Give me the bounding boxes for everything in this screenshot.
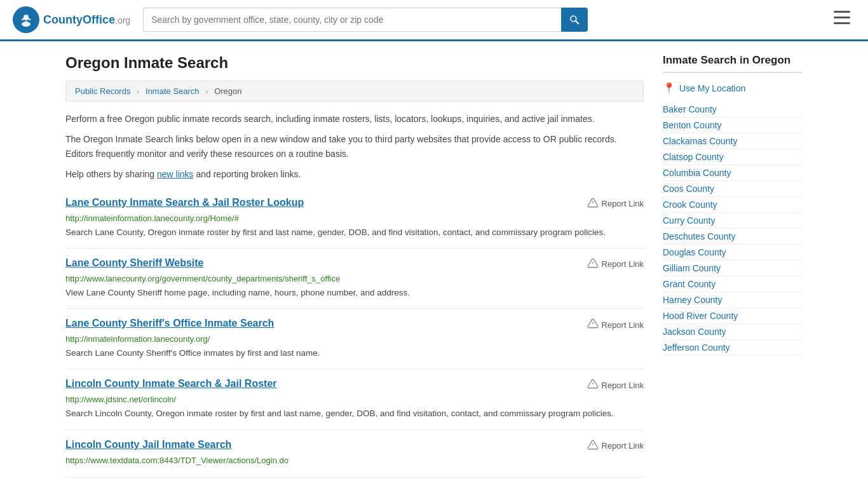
sidebar-county-10[interactable]: Gilliam County <box>663 261 803 276</box>
main-container: Oregon Inmate Search Public Records › In… <box>53 41 815 488</box>
result-header: Lincoln County Inmate Search & Jail Rost… <box>65 378 644 392</box>
use-my-location-link[interactable]: Use My Location <box>679 83 745 93</box>
sidebar-county-0[interactable]: Baker County <box>663 102 803 118</box>
menu-button[interactable] <box>829 8 855 31</box>
sidebar-county-1[interactable]: Benton County <box>663 118 803 133</box>
report-link-button-0[interactable]: Report Link <box>587 197 644 211</box>
sidebar-county-13[interactable]: Hood River County <box>663 308 803 324</box>
description-1: Perform a free Oregon public inmate reco… <box>65 112 644 126</box>
description-3-prefix: Help others by sharing <box>65 169 157 179</box>
result-item: Lincoln County Inmate Search & Jail Rost… <box>65 369 644 430</box>
content-area: Oregon Inmate Search Public Records › In… <box>65 54 644 478</box>
report-link-button-2[interactable]: Report Link <box>587 318 644 332</box>
description-3: Help others by sharing new links and rep… <box>65 167 644 181</box>
logo-area: CountyOffice.org <box>13 6 130 33</box>
sidebar-location: 📍 Use My Location <box>663 82 803 94</box>
result-item: Lane County Sheriff's Office Inmate Sear… <box>65 309 644 369</box>
result-header: Lane County Sheriff's Office Inmate Sear… <box>65 318 644 332</box>
search-button[interactable] <box>561 8 588 32</box>
sidebar-county-15[interactable]: Jefferson County <box>663 340 803 356</box>
result-url-4[interactable]: https://www.textdata.com:8443/TDT_Viewer… <box>65 456 644 465</box>
logo-text: CountyOffice.org <box>43 13 130 27</box>
sidebar-county-7[interactable]: Curry County <box>663 213 803 229</box>
report-icon-4 <box>587 439 599 453</box>
svg-rect-9 <box>834 22 850 24</box>
result-header: Lane County Inmate Search & Jail Roster … <box>65 197 644 211</box>
page-title: Oregon Inmate Search <box>65 54 644 72</box>
sidebar-county-3[interactable]: Clatsop County <box>663 149 803 165</box>
report-link-label-2: Report Link <box>602 320 644 330</box>
description-2: The Oregon Inmate Search links below ope… <box>65 132 644 161</box>
result-item: Lincoln County Jail Inmate Search Report… <box>65 430 644 478</box>
report-icon-1 <box>587 257 599 271</box>
report-link-button-3[interactable]: Report Link <box>587 378 644 392</box>
breadcrumb-sep-2: › <box>205 86 208 96</box>
report-link-button-4[interactable]: Report Link <box>587 439 644 453</box>
location-icon: 📍 <box>663 82 675 94</box>
sidebar-county-8[interactable]: Deschutes County <box>663 229 803 245</box>
sidebar-county-2[interactable]: Clackamas County <box>663 133 803 149</box>
sidebar-counties: Baker CountyBenton CountyClackamas Count… <box>663 102 803 356</box>
report-link-label-0: Report Link <box>602 199 644 208</box>
report-icon-3 <box>587 378 599 392</box>
report-link-label-1: Report Link <box>602 259 644 269</box>
report-link-button-1[interactable]: Report Link <box>587 257 644 271</box>
result-title-1[interactable]: Lane County Sheriff Website <box>65 257 204 269</box>
svg-rect-7 <box>834 11 850 13</box>
result-header: Lane County Sheriff Website Report Link <box>65 257 644 271</box>
breadcrumb-inmate-search[interactable]: Inmate Search <box>146 86 200 96</box>
result-item: Lane County Inmate Search & Jail Roster … <box>65 188 644 248</box>
sidebar-county-14[interactable]: Jackson County <box>663 324 803 340</box>
result-header: Lincoln County Jail Inmate Search Report… <box>65 439 644 453</box>
result-desc-3: Search Lincoln County, Oregon inmate ros… <box>65 407 644 420</box>
report-link-label-3: Report Link <box>602 381 644 390</box>
result-title-2[interactable]: Lane County Sheriff's Office Inmate Sear… <box>65 318 274 329</box>
search-area <box>143 8 588 32</box>
sidebar-county-5[interactable]: Coos County <box>663 181 803 197</box>
result-url-3[interactable]: http://www.jdsinc.net/orlincoln/ <box>65 395 644 404</box>
report-icon-2 <box>587 318 599 332</box>
description-3-suffix: and reporting broken links. <box>194 169 301 179</box>
report-icon-0 <box>587 197 599 211</box>
breadcrumb: Public Records › Inmate Search › Oregon <box>65 81 644 102</box>
search-input[interactable] <box>143 8 561 32</box>
breadcrumb-public-records[interactable]: Public Records <box>75 86 130 96</box>
new-links-link[interactable]: new links <box>157 169 194 179</box>
result-url-1[interactable]: http://www.lanecounty.org/government/cou… <box>65 274 644 283</box>
sidebar-county-9[interactable]: Douglas County <box>663 245 803 261</box>
result-title-4[interactable]: Lincoln County Jail Inmate Search <box>65 439 231 451</box>
result-url-0[interactable]: http://inmateinformation.lanecounty.org/… <box>65 214 644 223</box>
header: CountyOffice.org <box>0 0 868 41</box>
sidebar-county-4[interactable]: Columbia County <box>663 165 803 181</box>
result-title-0[interactable]: Lane County Inmate Search & Jail Roster … <box>65 197 304 208</box>
logo-icon <box>13 6 39 33</box>
result-desc-1: View Lane County Sheriff home page, incl… <box>65 287 644 299</box>
svg-rect-8 <box>834 17 850 18</box>
sidebar-county-11[interactable]: Grant County <box>663 276 803 292</box>
sidebar-county-12[interactable]: Harney County <box>663 292 803 308</box>
result-item: Lane County Sheriff Website Report Link … <box>65 248 644 309</box>
report-link-label-4: Report Link <box>602 441 644 451</box>
result-desc-2: Search Lane County Sheriff's Office inma… <box>65 347 644 360</box>
results-container: Lane County Inmate Search & Jail Roster … <box>65 188 644 478</box>
result-url-2[interactable]: http://inmateinformation.lanecounty.org/ <box>65 334 644 344</box>
sidebar-title: Inmate Search in Oregon <box>663 54 803 73</box>
breadcrumb-sep-1: › <box>137 86 139 96</box>
breadcrumb-current: Oregon <box>214 86 241 96</box>
svg-line-6 <box>576 21 579 24</box>
sidebar-county-6[interactable]: Crook County <box>663 197 803 213</box>
result-title-3[interactable]: Lincoln County Inmate Search & Jail Rost… <box>65 378 277 390</box>
result-desc-0: Search Lane County, Oregon inmate roster… <box>65 226 644 239</box>
sidebar: Inmate Search in Oregon 📍 Use My Locatio… <box>663 54 803 478</box>
